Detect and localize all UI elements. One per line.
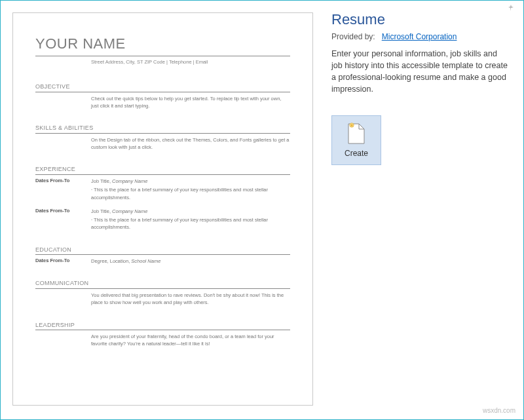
edu-dates: Dates From-To	[35, 258, 91, 265]
provided-label: Provided by:	[331, 32, 375, 41]
heading-leadership: LEADERSHIP	[35, 321, 290, 331]
exp-title-line: Job Title, Company Name	[91, 208, 290, 215]
exp-company: Company Name	[112, 208, 147, 214]
new-document-icon	[347, 123, 365, 145]
document-preview[interactable]: YOUR NAME Street Address, City, ST ZIP C…	[12, 12, 313, 406]
education-entry: Dates From-To Degree, Location, School N…	[35, 258, 290, 265]
exp-dates: Dates From-To	[35, 208, 91, 231]
create-button[interactable]: Create	[331, 115, 381, 165]
exp-content: Job Title, Company Name · This is the pl…	[91, 178, 290, 201]
details-pane: Resume Provided by: Microsoft Corporatio…	[325, 1, 523, 419]
resume-contact-line: Street Address, City, ST ZIP Code | Tele…	[35, 59, 290, 66]
exp-company: Company Name	[112, 178, 147, 184]
section-communication: COMMUNICATION You delivered that big pre…	[35, 279, 290, 306]
heading-education: EDUCATION	[35, 246, 290, 256]
section-experience: EXPERIENCE Dates From-To Job Title, Comp…	[35, 165, 290, 231]
watermark: wsxdn.com	[483, 407, 515, 414]
body-communication: You delivered that big presentation to r…	[35, 292, 290, 307]
heading-skills: SKILLS & ABILITIES	[35, 124, 290, 134]
exp-title-line: Job Title, Company Name	[91, 178, 290, 185]
body-skills: On the Design tab of the ribbon, check o…	[35, 136, 290, 151]
body-leadership: Are you president of your fraternity, he…	[35, 333, 290, 348]
section-objective: OBJECTIVE Check out the quick tips below…	[35, 83, 290, 109]
exp-title: Job Title,	[91, 178, 111, 184]
body-objective: Check out the quick tips below to help y…	[35, 95, 290, 110]
experience-entry: Dates From-To Job Title, Company Name · …	[35, 178, 290, 201]
edu-degree: Degree,	[91, 258, 109, 264]
exp-dates: Dates From-To	[35, 178, 91, 201]
template-description: Enter your personal information, job ski…	[331, 48, 510, 96]
section-education: EDUCATION Dates From-To Degree, Location…	[35, 246, 290, 265]
provided-by-row: Provided by: Microsoft Corporation	[331, 32, 510, 41]
exp-bullet: · This is the place for a brief summary …	[91, 216, 290, 231]
exp-content: Job Title, Company Name · This is the pl…	[91, 208, 290, 231]
section-leadership: LEADERSHIP Are you president of your fra…	[35, 321, 290, 348]
template-preview-dialog: YOUR NAME Street Address, City, ST ZIP C…	[1, 1, 523, 419]
template-title: Resume	[331, 11, 510, 28]
exp-title: Job Title,	[91, 208, 111, 214]
preview-pane: YOUR NAME Street Address, City, ST ZIP C…	[1, 1, 325, 419]
exp-bullet: · This is the place for a brief summary …	[91, 186, 290, 201]
heading-experience: EXPERIENCE	[35, 165, 290, 175]
section-skills: SKILLS & ABILITIES On the Design tab of …	[35, 124, 290, 151]
provider-link[interactable]: Microsoft Corporation	[382, 32, 457, 41]
edu-school: School Name	[131, 258, 160, 264]
edu-location: Location,	[110, 258, 130, 264]
experience-entry: Dates From-To Job Title, Company Name · …	[35, 208, 290, 231]
pin-icon[interactable]	[508, 5, 514, 11]
heading-communication: COMMUNICATION	[35, 279, 290, 289]
edu-content: Degree, Location, School Name	[91, 258, 290, 265]
create-button-label: Create	[345, 149, 368, 158]
resume-name-placeholder: YOUR NAME	[35, 34, 290, 56]
heading-objective: OBJECTIVE	[35, 83, 290, 92]
